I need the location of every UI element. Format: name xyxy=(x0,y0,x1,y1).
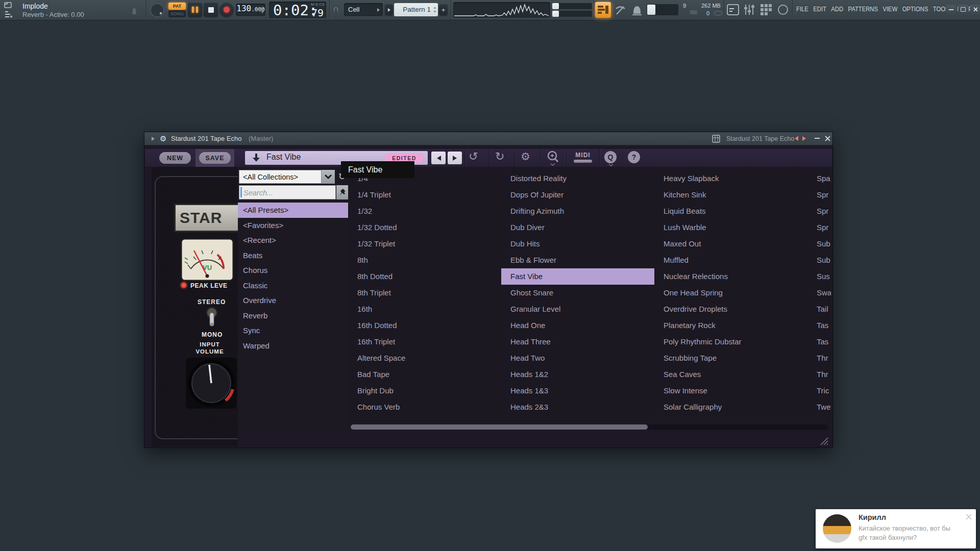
preset-item[interactable]: Distorted Reality xyxy=(501,170,654,187)
preset-item[interactable]: 16th Triplet xyxy=(348,334,501,350)
pattern-prev-button[interactable] xyxy=(385,4,393,15)
preset-item[interactable]: Nuclear Relections xyxy=(654,268,807,285)
category-item[interactable]: Classic xyxy=(238,278,348,293)
category-item[interactable]: Chorus xyxy=(238,263,348,278)
preset-item[interactable]: Dops Of Jupiter xyxy=(501,187,654,203)
notification-card[interactable]: Кирилл Китайское творчество, вот бы gfx … xyxy=(816,509,976,548)
category-item[interactable]: Warped xyxy=(238,338,348,354)
pattern-add-button[interactable]: + xyxy=(439,4,448,15)
cell-selector[interactable]: Cell xyxy=(344,3,383,16)
preset-item[interactable]: Lush Warble xyxy=(654,219,807,236)
preset-item[interactable]: 16th Dotted xyxy=(348,317,501,334)
preset-item[interactable]: Thr xyxy=(807,350,831,366)
sync-circle-icon[interactable] xyxy=(777,4,789,16)
preset-item[interactable]: Granular Level xyxy=(501,301,654,317)
search-field[interactable] xyxy=(239,185,336,199)
preset-item[interactable]: Spr xyxy=(807,219,831,236)
pat-song-toggle[interactable]: PAT SONG xyxy=(168,3,186,17)
preset-item[interactable]: Ebb & Flower xyxy=(501,252,654,268)
preset-item[interactable]: Sea Caves xyxy=(654,366,807,383)
menu-item[interactable]: FILE xyxy=(796,6,808,13)
pin-button[interactable] xyxy=(336,185,348,199)
category-item[interactable]: Sync xyxy=(238,323,348,338)
metronome-button[interactable] xyxy=(629,2,645,18)
preset-item[interactable]: 1/32 xyxy=(348,203,501,219)
preset-item[interactable]: 8th Triplet xyxy=(348,285,501,301)
resize-grip[interactable] xyxy=(819,436,828,445)
plugin-close-icon[interactable] xyxy=(825,136,830,141)
settings-gear-icon[interactable]: ⚙ xyxy=(521,151,530,163)
redo-icon[interactable]: ↻ xyxy=(495,150,504,163)
preset-item[interactable]: Head Three xyxy=(501,334,654,350)
loop-record-icon[interactable]: ∩ xyxy=(333,4,339,14)
save-preset-button[interactable]: SAVE xyxy=(199,152,231,164)
mixer-icon[interactable] xyxy=(743,3,755,16)
category-item[interactable]: Reverb xyxy=(238,308,348,323)
preset-item[interactable]: Fast Vibe xyxy=(501,268,654,285)
preset-item[interactable]: Scrubbing Tape xyxy=(654,350,807,366)
tooltip-panel-icon[interactable] xyxy=(727,4,739,15)
preset-item[interactable]: Liquid Beats xyxy=(654,203,807,219)
preset-prev-icon[interactable] xyxy=(794,136,799,141)
plugin-gear-icon[interactable]: ⚙ xyxy=(160,134,166,143)
preset-item[interactable]: Tric xyxy=(807,383,831,399)
new-preset-button[interactable]: NEW xyxy=(159,152,191,164)
zoom-icon[interactable] xyxy=(546,151,559,166)
preset-next-button[interactable] xyxy=(448,152,462,164)
menu-item[interactable]: PATTERNS xyxy=(848,6,878,13)
undo-icon[interactable]: ↻ xyxy=(469,150,478,163)
category-item[interactable]: <Favorites> xyxy=(238,218,348,233)
category-item[interactable]: <All Presets> xyxy=(238,203,348,218)
preset-item[interactable]: Chorus Verb xyxy=(348,399,501,415)
preset-item[interactable]: Maxed Out xyxy=(654,236,807,252)
midi-button[interactable]: MIDI xyxy=(572,152,594,159)
preset-item[interactable]: Planetary Rock xyxy=(654,317,807,334)
shuffle-handle[interactable] xyxy=(647,5,655,15)
stereo-mono-switch[interactable] xyxy=(204,307,220,328)
preset-item[interactable]: Heavy Slapback xyxy=(654,170,807,187)
preset-item[interactable]: Dub Hits xyxy=(501,236,654,252)
master-volume-slider[interactable] xyxy=(552,11,592,17)
preset-item[interactable]: Sub xyxy=(807,252,831,268)
app-minimize-button[interactable] xyxy=(946,5,956,14)
preset-item[interactable]: Muffled xyxy=(654,252,807,268)
preset-item[interactable]: Sub xyxy=(807,236,831,252)
preset-item[interactable]: One Head Spring xyxy=(654,285,807,301)
preset-item[interactable]: Slow Intense xyxy=(654,383,807,399)
preset-item[interactable]: Heads 1&3 xyxy=(501,383,654,399)
preset-item[interactable]: Bad Tape xyxy=(348,366,501,383)
preset-item[interactable]: 1/4 Triplet xyxy=(348,187,501,203)
scrollbar-thumb[interactable] xyxy=(351,424,648,430)
plugin-titlebar[interactable]: ⚙ Stardust 201 Tape Echo (Master) Stardu… xyxy=(144,132,832,145)
preset-item[interactable]: Overdrive Droplets xyxy=(654,301,807,317)
input-volume-knob[interactable] xyxy=(186,358,237,409)
horizontal-scrollbar[interactable] xyxy=(350,424,828,430)
category-item[interactable]: Beats xyxy=(238,248,348,263)
preset-item[interactable]: Poly Rhythmic Dubstar xyxy=(654,334,807,350)
menu-item[interactable]: OPTIONS xyxy=(902,6,928,13)
time-display[interactable]: 0:02: 79 M:S:CS xyxy=(269,2,326,18)
record-button[interactable] xyxy=(219,3,234,17)
oscilloscope[interactable] xyxy=(453,2,550,18)
tempo-display[interactable]: 130.000 xyxy=(236,4,265,16)
category-item[interactable]: Overdrive xyxy=(238,293,348,308)
preset-item[interactable]: Altered Space xyxy=(348,350,501,366)
preset-item[interactable]: Tas xyxy=(807,317,831,334)
preset-item[interactable]: Sus xyxy=(807,268,831,285)
menu-item[interactable]: ADD xyxy=(831,6,843,13)
collections-dropdown-button[interactable] xyxy=(322,170,335,184)
preset-item[interactable]: 1/32 Triplet xyxy=(348,236,501,252)
collapse-arrow-icon[interactable] xyxy=(151,136,155,141)
preset-item[interactable]: Head Two xyxy=(501,350,654,366)
tools-button[interactable] xyxy=(612,2,628,18)
preset-item[interactable]: Thr xyxy=(807,366,831,383)
channel-rack-icon[interactable] xyxy=(4,2,17,18)
pattern-selector[interactable]: Pattern 1 xyxy=(394,3,438,16)
stop-button[interactable] xyxy=(204,3,218,17)
master-pitch-handle[interactable] xyxy=(552,3,559,9)
menu-item[interactable]: VIEW xyxy=(883,6,897,13)
help-button[interactable]: ? xyxy=(628,151,640,163)
preset-item[interactable]: Ghost Snare xyxy=(501,285,654,301)
preset-item[interactable]: Heads 1&2 xyxy=(501,366,654,383)
category-item[interactable]: <Recent> xyxy=(238,233,348,248)
